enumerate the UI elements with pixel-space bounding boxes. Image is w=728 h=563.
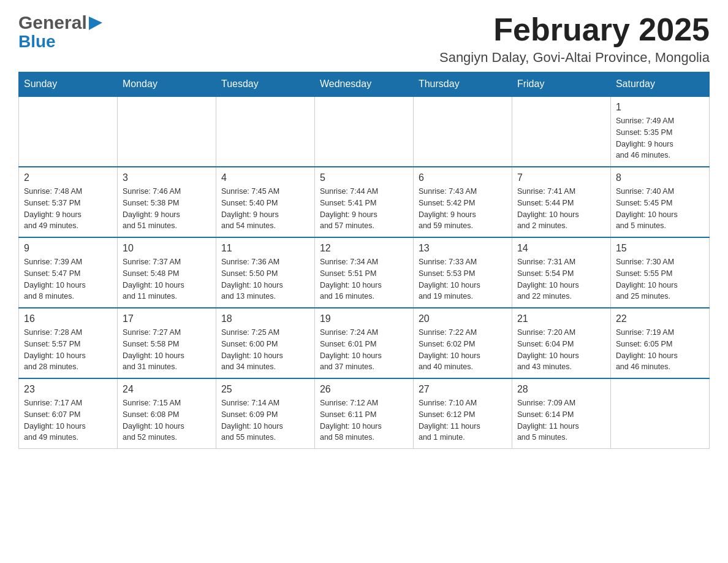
calendar-cell: 27Sunrise: 7:10 AM Sunset: 6:12 PM Dayli… <box>413 378 512 449</box>
month-title: February 2025 <box>439 12 710 47</box>
day-number: 13 <box>419 243 507 254</box>
day-number: 10 <box>123 243 211 254</box>
calendar-cell: 14Sunrise: 7:31 AM Sunset: 5:54 PM Dayli… <box>512 237 610 308</box>
calendar-week-5: 23Sunrise: 7:17 AM Sunset: 6:07 PM Dayli… <box>19 378 710 449</box>
calendar-cell <box>512 96 610 167</box>
logo: General Blue <box>18 12 102 50</box>
calendar-cell: 28Sunrise: 7:09 AM Sunset: 6:14 PM Dayli… <box>512 378 610 449</box>
day-info: Sunrise: 7:43 AM Sunset: 5:42 PM Dayligh… <box>419 186 507 232</box>
location-title: Sangiyn Dalay, Govi-Altai Province, Mong… <box>439 50 710 66</box>
day-info: Sunrise: 7:27 AM Sunset: 5:58 PM Dayligh… <box>123 327 211 373</box>
day-info: Sunrise: 7:09 AM Sunset: 6:14 PM Dayligh… <box>517 397 605 443</box>
calendar-cell <box>610 378 709 449</box>
day-info: Sunrise: 7:48 AM Sunset: 5:37 PM Dayligh… <box>24 186 112 232</box>
calendar-cell <box>314 96 413 167</box>
calendar-week-4: 16Sunrise: 7:28 AM Sunset: 5:57 PM Dayli… <box>19 308 710 378</box>
calendar-cell: 12Sunrise: 7:34 AM Sunset: 5:51 PM Dayli… <box>314 237 413 308</box>
calendar-cell: 11Sunrise: 7:36 AM Sunset: 5:50 PM Dayli… <box>216 237 314 308</box>
calendar-cell: 25Sunrise: 7:14 AM Sunset: 6:09 PM Dayli… <box>216 378 314 449</box>
day-number: 26 <box>320 384 408 395</box>
day-info: Sunrise: 7:36 AM Sunset: 5:50 PM Dayligh… <box>221 256 309 302</box>
calendar-cell: 19Sunrise: 7:24 AM Sunset: 6:01 PM Dayli… <box>314 308 413 378</box>
day-info: Sunrise: 7:25 AM Sunset: 6:00 PM Dayligh… <box>221 327 309 373</box>
calendar-cell: 20Sunrise: 7:22 AM Sunset: 6:02 PM Dayli… <box>413 308 512 378</box>
day-info: Sunrise: 7:37 AM Sunset: 5:48 PM Dayligh… <box>123 256 211 302</box>
calendar-cell: 1Sunrise: 7:49 AM Sunset: 5:35 PM Daylig… <box>610 96 709 167</box>
weekday-header-saturday: Saturday <box>610 72 709 97</box>
calendar-cell: 9Sunrise: 7:39 AM Sunset: 5:47 PM Daylig… <box>19 237 118 308</box>
day-number: 21 <box>517 313 605 324</box>
day-number: 27 <box>419 384 507 395</box>
calendar-cell: 6Sunrise: 7:43 AM Sunset: 5:42 PM Daylig… <box>413 167 512 237</box>
day-info: Sunrise: 7:40 AM Sunset: 5:45 PM Dayligh… <box>616 186 704 232</box>
day-info: Sunrise: 7:24 AM Sunset: 6:01 PM Dayligh… <box>320 327 408 373</box>
day-info: Sunrise: 7:15 AM Sunset: 6:08 PM Dayligh… <box>123 397 211 443</box>
weekday-header-row: SundayMondayTuesdayWednesdayThursdayFrid… <box>19 72 710 97</box>
logo-general-text: General <box>18 12 87 33</box>
weekday-header-tuesday: Tuesday <box>216 72 314 97</box>
day-number: 8 <box>616 172 704 183</box>
calendar-cell <box>216 96 314 167</box>
weekday-header-monday: Monday <box>117 72 216 97</box>
day-number: 9 <box>24 243 112 254</box>
weekday-header-thursday: Thursday <box>413 72 512 97</box>
calendar-cell: 26Sunrise: 7:12 AM Sunset: 6:11 PM Dayli… <box>314 378 413 449</box>
calendar-cell: 17Sunrise: 7:27 AM Sunset: 5:58 PM Dayli… <box>117 308 216 378</box>
day-info: Sunrise: 7:19 AM Sunset: 6:05 PM Dayligh… <box>616 327 704 373</box>
day-number: 18 <box>221 313 309 324</box>
calendar-cell: 4Sunrise: 7:45 AM Sunset: 5:40 PM Daylig… <box>216 167 314 237</box>
calendar-cell: 3Sunrise: 7:46 AM Sunset: 5:38 PM Daylig… <box>117 167 216 237</box>
day-number: 25 <box>221 384 309 395</box>
page-header: General Blue February 2025 Sangiyn Dalay… <box>18 12 710 66</box>
calendar-week-3: 9Sunrise: 7:39 AM Sunset: 5:47 PM Daylig… <box>19 237 710 308</box>
day-number: 2 <box>24 172 112 183</box>
day-number: 22 <box>616 313 704 324</box>
day-info: Sunrise: 7:14 AM Sunset: 6:09 PM Dayligh… <box>221 397 309 443</box>
logo-triangle-icon <box>89 17 102 30</box>
day-info: Sunrise: 7:46 AM Sunset: 5:38 PM Dayligh… <box>123 186 211 232</box>
calendar-cell: 13Sunrise: 7:33 AM Sunset: 5:53 PM Dayli… <box>413 237 512 308</box>
day-info: Sunrise: 7:10 AM Sunset: 6:12 PM Dayligh… <box>419 397 507 443</box>
day-number: 12 <box>320 243 408 254</box>
logo-blue-text: Blue <box>18 32 56 51</box>
day-number: 15 <box>616 243 704 254</box>
day-info: Sunrise: 7:31 AM Sunset: 5:54 PM Dayligh… <box>517 256 605 302</box>
day-info: Sunrise: 7:17 AM Sunset: 6:07 PM Dayligh… <box>24 397 112 443</box>
day-number: 5 <box>320 172 408 183</box>
day-info: Sunrise: 7:20 AM Sunset: 6:04 PM Dayligh… <box>517 327 605 373</box>
day-number: 6 <box>419 172 507 183</box>
day-number: 20 <box>419 313 507 324</box>
day-number: 19 <box>320 313 408 324</box>
calendar-cell: 18Sunrise: 7:25 AM Sunset: 6:00 PM Dayli… <box>216 308 314 378</box>
day-info: Sunrise: 7:22 AM Sunset: 6:02 PM Dayligh… <box>419 327 507 373</box>
calendar-cell: 21Sunrise: 7:20 AM Sunset: 6:04 PM Dayli… <box>512 308 610 378</box>
day-info: Sunrise: 7:12 AM Sunset: 6:11 PM Dayligh… <box>320 397 408 443</box>
day-number: 3 <box>123 172 211 183</box>
weekday-header-friday: Friday <box>512 72 610 97</box>
calendar-cell: 16Sunrise: 7:28 AM Sunset: 5:57 PM Dayli… <box>19 308 118 378</box>
svg-marker-0 <box>89 17 102 30</box>
day-info: Sunrise: 7:44 AM Sunset: 5:41 PM Dayligh… <box>320 186 408 232</box>
day-number: 17 <box>123 313 211 324</box>
day-number: 7 <box>517 172 605 183</box>
day-info: Sunrise: 7:39 AM Sunset: 5:47 PM Dayligh… <box>24 256 112 302</box>
day-number: 28 <box>517 384 605 395</box>
day-info: Sunrise: 7:41 AM Sunset: 5:44 PM Dayligh… <box>517 186 605 232</box>
calendar-cell <box>117 96 216 167</box>
day-info: Sunrise: 7:34 AM Sunset: 5:51 PM Dayligh… <box>320 256 408 302</box>
day-number: 11 <box>221 243 309 254</box>
calendar-cell <box>413 96 512 167</box>
calendar-table: SundayMondayTuesdayWednesdayThursdayFrid… <box>18 72 710 449</box>
day-number: 1 <box>616 102 704 113</box>
weekday-header-sunday: Sunday <box>19 72 118 97</box>
day-info: Sunrise: 7:28 AM Sunset: 5:57 PM Dayligh… <box>24 327 112 373</box>
day-info: Sunrise: 7:45 AM Sunset: 5:40 PM Dayligh… <box>221 186 309 232</box>
day-info: Sunrise: 7:33 AM Sunset: 5:53 PM Dayligh… <box>419 256 507 302</box>
calendar-cell: 24Sunrise: 7:15 AM Sunset: 6:08 PM Dayli… <box>117 378 216 449</box>
calendar-cell: 15Sunrise: 7:30 AM Sunset: 5:55 PM Dayli… <box>610 237 709 308</box>
calendar-cell: 7Sunrise: 7:41 AM Sunset: 5:44 PM Daylig… <box>512 167 610 237</box>
calendar-cell: 23Sunrise: 7:17 AM Sunset: 6:07 PM Dayli… <box>19 378 118 449</box>
day-number: 14 <box>517 243 605 254</box>
calendar-cell: 5Sunrise: 7:44 AM Sunset: 5:41 PM Daylig… <box>314 167 413 237</box>
day-number: 24 <box>123 384 211 395</box>
